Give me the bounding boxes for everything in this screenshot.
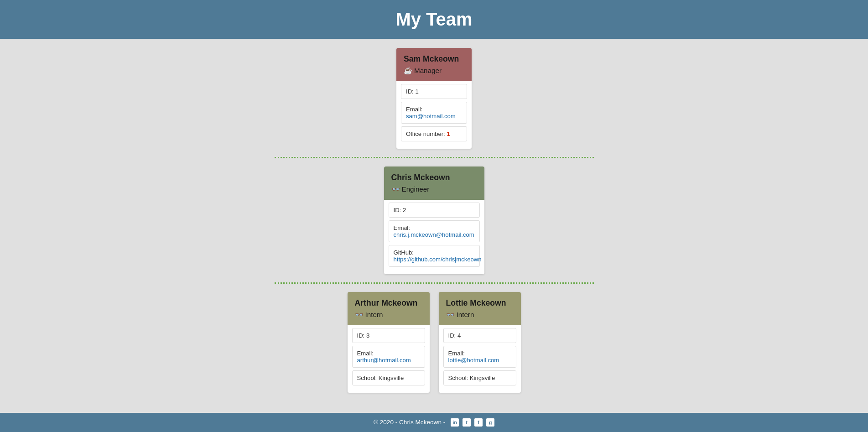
manager-card-body: ID: 1 Email: sam@hotmail.com Office numb… (396, 81, 472, 149)
intern-1-id: ID: 4 (443, 328, 516, 343)
engineer-row: Chris Mckeown 👓Engineer ID: 2 Email: chr… (384, 167, 484, 274)
engineer-card-body: ID: 2 Email: chris.j.mckeown@hotmail.com… (384, 200, 484, 274)
intern-0-role: 👓Intern (355, 311, 422, 319)
engineer-github: GitHub: https://github.com/chrisjmckeown (389, 245, 480, 267)
engineer-role: 👓Engineer (391, 185, 477, 193)
intern-0-card-body: ID: 3 Email: arthur@hotmail.com School: … (348, 325, 430, 393)
engineer-id: ID: 2 (389, 203, 480, 218)
divider-2 (275, 282, 594, 284)
engineer-name: Chris Mckeown (391, 173, 477, 182)
engineer-role-icon: 👓 (391, 185, 400, 193)
intern-0-id: ID: 3 (352, 328, 425, 343)
facebook-icon[interactable]: f (474, 418, 483, 427)
intern-card-0: Arthur Mckeown 👓Intern ID: 3 Email: arth… (348, 292, 430, 393)
footer-social-icons: in t f g (451, 418, 494, 427)
divider-1 (275, 157, 594, 158)
manager-email-link[interactable]: sam@hotmail.com (406, 113, 456, 120)
intern-card-1: Lottie Mckeown 👓Intern ID: 4 Email: lott… (439, 292, 521, 393)
engineer-github-link[interactable]: https://github.com/chrisjmckeown (394, 256, 482, 263)
intern-1-school: School: Kingsville (443, 370, 516, 385)
github-icon[interactable]: g (486, 418, 494, 427)
intern-1-name: Lottie Mckeown (446, 298, 514, 308)
footer-text: © 2020 - Chris Mckeown - (374, 419, 445, 426)
intern-0-name: Arthur Mckeown (355, 298, 422, 308)
intern-1-email-link[interactable]: lottie@hotmail.com (448, 357, 499, 364)
page-header: My Team (0, 0, 868, 39)
intern-1-role: 👓Intern (446, 311, 514, 319)
page-footer: © 2020 - Chris Mckeown - in t f g (0, 413, 868, 432)
intern-1-card-body: ID: 4 Email: lottie@hotmail.com School: … (439, 325, 521, 393)
intern-0-school: School: Kingsville (352, 370, 425, 385)
page-title: My Team (9, 9, 859, 30)
manager-role: ☕Manager (404, 67, 464, 75)
manager-card: Sam Mckeown ☕Manager ID: 1 Email: sam@ho… (396, 48, 472, 149)
engineer-email: Email: chris.j.mckeown@hotmail.com (389, 220, 480, 242)
main-content: Sam Mckeown ☕Manager ID: 1 Email: sam@ho… (0, 39, 868, 411)
interns-row: Arthur Mckeown 👓Intern ID: 3 Email: arth… (348, 292, 521, 393)
manager-email: Email: sam@hotmail.com (401, 102, 467, 124)
manager-card-header: Sam Mckeown ☕Manager (396, 48, 472, 81)
manager-id: ID: 1 (401, 84, 467, 99)
manager-office: Office number: 1 (401, 126, 467, 141)
engineer-email-link[interactable]: chris.j.mckeown@hotmail.com (394, 231, 474, 238)
manager-role-icon: ☕ (404, 67, 412, 74)
intern-0-email-link[interactable]: arthur@hotmail.com (357, 357, 411, 364)
intern-1-email: Email: lottie@hotmail.com (443, 346, 516, 368)
intern-0-email: Email: arthur@hotmail.com (352, 346, 425, 368)
intern-0-card-header: Arthur Mckeown 👓Intern (348, 292, 430, 325)
manager-name: Sam Mckeown (404, 54, 464, 64)
twitter-icon[interactable]: t (463, 418, 471, 427)
engineer-card-header: Chris Mckeown 👓Engineer (384, 167, 484, 200)
intern-0-role-icon: 👓 (355, 311, 364, 318)
linkedin-icon[interactable]: in (451, 418, 459, 427)
manager-row: Sam Mckeown ☕Manager ID: 1 Email: sam@ho… (396, 48, 472, 149)
engineer-card: Chris Mckeown 👓Engineer ID: 2 Email: chr… (384, 167, 484, 274)
intern-1-role-icon: 👓 (446, 311, 455, 318)
intern-1-card-header: Lottie Mckeown 👓Intern (439, 292, 521, 325)
